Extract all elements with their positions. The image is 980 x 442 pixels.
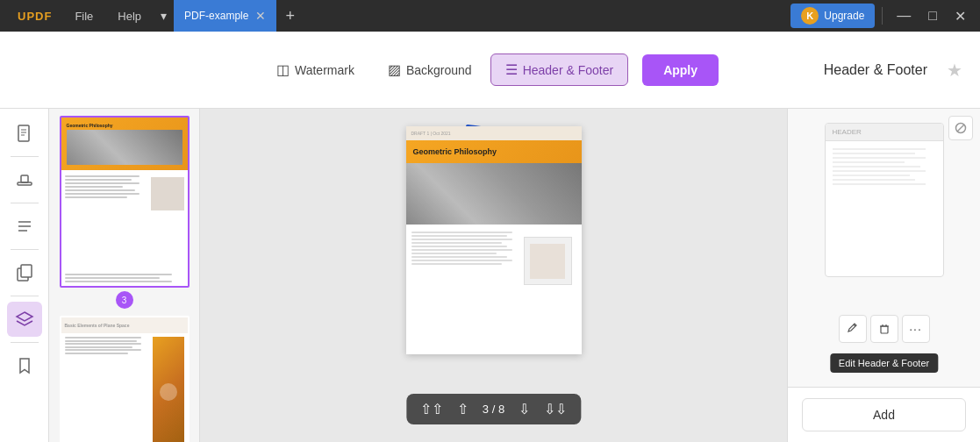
template-action-buttons: ···	[839, 315, 930, 343]
doc-header-text: DRAFT 1 | Oct 2021	[411, 131, 451, 136]
thumbnail-panel: Geometric Philosophy	[49, 109, 200, 442]
sidebar-divider-2	[11, 203, 39, 203]
next-page-button[interactable]: ⇩	[515, 399, 533, 419]
background-tool-button[interactable]: ▨ Background	[373, 53, 487, 86]
upgrade-label: Upgrade	[824, 10, 864, 22]
title-bar: UPDF File Help ▾ PDF-example ✕ + K Upgra…	[0, 0, 980, 32]
svg-rect-10	[21, 265, 32, 277]
menu-bar: File Help	[62, 0, 154, 32]
active-tab[interactable]: PDF-example ✕	[174, 0, 276, 32]
svg-rect-5	[21, 175, 28, 182]
document-view: DRAFT 1 | Oct 2021 Geometric Philosophy	[200, 109, 787, 442]
doc-small-image	[524, 237, 572, 285]
main-content: Geometric Philosophy	[0, 109, 980, 442]
svg-marker-11	[17, 312, 32, 321]
apply-button[interactable]: Apply	[642, 54, 719, 86]
header-footer-icon: ☰	[505, 61, 518, 78]
user-avatar: K	[801, 7, 819, 25]
page-info: 3 / 8	[479, 403, 508, 416]
watermark-label: Watermark	[295, 63, 354, 77]
last-page-button[interactable]: ⇩⇩	[540, 399, 570, 419]
sidebar-icon-layers[interactable]	[7, 302, 42, 337]
minimize-button[interactable]: —	[890, 8, 918, 24]
doc-title: Geometric Philosophy	[413, 147, 575, 156]
svg-rect-0	[18, 125, 29, 141]
template-card: HEADER	[825, 123, 944, 277]
separator	[882, 7, 883, 25]
doc-header-bar: DRAFT 1 | Oct 2021	[406, 126, 582, 140]
toolbar-tools: ◫ Watermark ▨ Background ☰ Header & Foot…	[261, 53, 719, 86]
left-sidebar	[0, 109, 49, 442]
sidebar-divider-5	[11, 342, 39, 343]
edit-tooltip-container: Edit Header & Footer	[830, 353, 938, 373]
navigation-bar: ⇧⇧ ⇧ 3 / 8 ⇩ ⇩⇩	[406, 394, 581, 424]
maximize-button[interactable]: □	[921, 8, 944, 24]
doc-body-right	[524, 230, 576, 349]
edit-tooltip: Edit Header & Footer	[830, 353, 938, 373]
menu-file[interactable]: File	[62, 0, 105, 32]
favorite-star-icon[interactable]: ★	[947, 60, 962, 81]
thumbnail-page-2[interactable]: Basic Elements of Plane Space	[60, 316, 190, 442]
background-label: Background	[406, 63, 472, 77]
close-button[interactable]: ✕	[948, 8, 973, 25]
delete-template-button[interactable]	[870, 315, 898, 343]
prev-page-button[interactable]: ⇧	[454, 399, 472, 419]
first-page-button[interactable]: ⇧⇧	[417, 399, 447, 419]
template-card-header: HEADER	[826, 124, 943, 141]
right-panel-content: HEADER	[788, 109, 980, 387]
edit-template-button[interactable]	[839, 315, 867, 343]
document-page: DRAFT 1 | Oct 2021 Geometric Philosophy	[406, 126, 582, 354]
title-bar-right: K Upgrade — □ ✕	[790, 4, 973, 28]
sidebar-icon-copy[interactable]	[7, 255, 42, 290]
tab-dropdown-icon[interactable]: ▾	[154, 9, 174, 23]
right-panel-footer: Add	[788, 387, 980, 442]
doc-title-area: Geometric Philosophy	[406, 140, 582, 163]
thumbnail-item-1: Geometric Philosophy	[56, 116, 192, 309]
sidebar-divider-3	[11, 249, 39, 250]
svg-line-14	[957, 125, 964, 132]
template-header-text: HEADER	[833, 128, 862, 136]
disable-template-button[interactable]	[948, 116, 973, 140]
right-panel: HEADER	[787, 109, 980, 442]
thumbnail-item-2: Basic Elements of Plane Space	[56, 316, 192, 442]
sidebar-divider-1	[11, 156, 39, 157]
doc-body-left	[411, 230, 519, 349]
sidebar-divider-4	[11, 296, 39, 296]
sidebar-icon-document[interactable]	[7, 116, 42, 151]
watermark-tool-button[interactable]: ◫ Watermark	[261, 53, 369, 86]
header-footer-label: Header & Footer	[523, 63, 614, 77]
sidebar-icon-list[interactable]	[7, 209, 42, 244]
watermark-icon: ◫	[276, 61, 290, 78]
menu-help[interactable]: Help	[105, 0, 154, 32]
background-icon: ▨	[388, 61, 401, 78]
tab-add-button[interactable]: +	[276, 0, 304, 32]
doc-image-area	[406, 163, 582, 225]
sidebar-icon-bookmark[interactable]	[7, 348, 42, 383]
thumbnail-page-number-1: 3	[116, 291, 133, 309]
app-logo: UPDF	[7, 10, 62, 23]
doc-body	[406, 225, 582, 354]
upgrade-button[interactable]: K Upgrade	[790, 4, 875, 28]
panel-title: Header & Footer	[824, 62, 927, 78]
sidebar-icon-stamp[interactable]	[7, 162, 42, 197]
header-footer-tool-button[interactable]: ☰ Header & Footer	[490, 53, 629, 86]
tab-title: PDF-example	[184, 10, 248, 22]
tab-bar: PDF-example ✕ +	[174, 0, 790, 32]
svg-rect-16	[881, 326, 888, 333]
add-button[interactable]: Add	[802, 398, 966, 431]
tab-close-icon[interactable]: ✕	[255, 9, 266, 23]
more-options-button[interactable]: ···	[902, 315, 930, 343]
thumbnail-page-1[interactable]: Geometric Philosophy	[60, 116, 190, 288]
toolbar: ◫ Watermark ▨ Background ☰ Header & Foot…	[0, 32, 980, 109]
more-icon: ···	[909, 322, 922, 336]
